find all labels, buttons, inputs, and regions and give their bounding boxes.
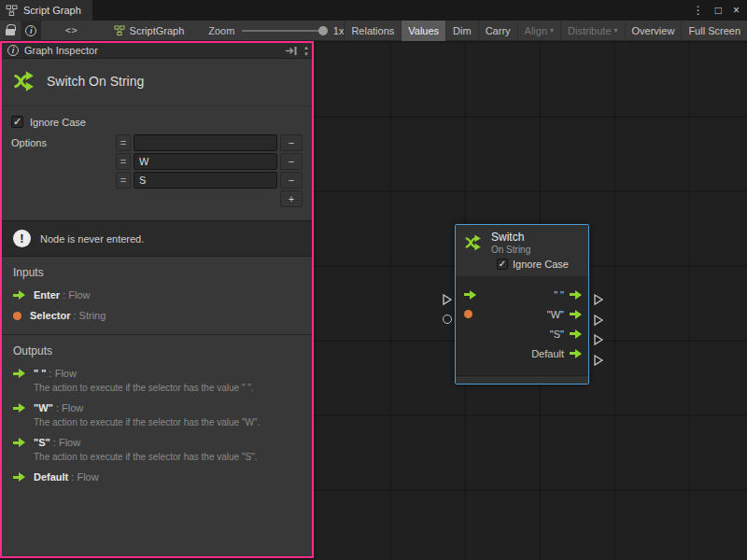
port-type: : Flow (47, 368, 77, 379)
inputs-header: Inputs (13, 266, 301, 279)
chevron-down-icon: ▾ (614, 26, 618, 35)
output-port-row: "W" : Flow (13, 402, 301, 413)
switch-on-string-node[interactable]: Switch On String ✓ Ignore Case " " "W" (455, 224, 589, 385)
port-name: Default (34, 471, 68, 483)
port-type: : Flow (50, 437, 80, 448)
output-port-label: " " (554, 289, 564, 301)
dim-button[interactable]: Dim (445, 21, 478, 41)
switch-icon (11, 68, 37, 94)
port-name: Selector (30, 310, 70, 321)
drag-handle-icon[interactable]: = (116, 134, 131, 151)
code-icon: <> (65, 25, 78, 35)
outputs-section: Outputs " " : Flow The action to execute… (2, 334, 312, 496)
ignore-case-checkbox[interactable]: ✓ (11, 116, 23, 128)
flow-output-port[interactable] (570, 290, 582, 300)
tab-title: Script Graph (23, 5, 81, 16)
flow-output-port[interactable] (570, 329, 582, 339)
ignore-case-checkbox[interactable]: ✓ (497, 259, 508, 270)
port-type: : Flow (68, 471, 98, 483)
option-input-0[interactable] (134, 134, 277, 151)
ignore-case-label: Ignore Case (513, 259, 569, 270)
add-option-button[interactable]: + (280, 190, 303, 207)
node-ports: " " "W" "S" Default (456, 276, 588, 375)
align-dropdown[interactable]: Align ▾ (517, 21, 560, 41)
inspector-header: i Graph Inspector ▲ ▼ (2, 43, 312, 59)
carry-button[interactable]: Carry (478, 21, 517, 41)
graph-selector[interactable]: ScriptGraph (114, 25, 185, 36)
output-port-row: Default : Flow (13, 471, 301, 483)
port-description: The action to execute if the selector ha… (34, 383, 301, 393)
close-icon[interactable]: × (733, 4, 740, 17)
tab-script-graph[interactable]: Script Graph (0, 0, 92, 21)
option-row: = − (116, 134, 303, 151)
option-row: = − (116, 172, 303, 189)
enter-port-connector[interactable] (442, 293, 453, 306)
scroll-down-icon[interactable]: ▼ (303, 51, 309, 57)
toolbar-buttons: Relations Values Dim Carry Align ▾ Distr… (344, 21, 747, 41)
node-footer (456, 375, 588, 384)
switch-icon (463, 232, 484, 253)
port-row: "S" (464, 324, 582, 343)
code-view-button[interactable]: <> (62, 21, 82, 41)
output-port-label: "S" (550, 329, 564, 340)
remove-option-button[interactable]: − (280, 153, 303, 170)
node-titles: Switch On String (491, 231, 530, 255)
dock-icon[interactable] (285, 46, 298, 56)
lock-button[interactable] (0, 21, 21, 41)
port-description: The action to execute if the selector ha… (34, 417, 301, 427)
node-ignore-case-row: ✓ Ignore Case (456, 257, 588, 276)
input-port-row: Selector : String (13, 310, 301, 321)
flow-input-port[interactable] (464, 290, 476, 300)
output-port-connector[interactable] (593, 354, 604, 367)
input-port-row: Enter : Flow (13, 289, 301, 301)
maximize-icon[interactable]: □ (715, 4, 722, 17)
warning-icon: ! (13, 230, 31, 247)
values-button[interactable]: Values (401, 21, 445, 41)
port-row: " " (464, 285, 582, 304)
output-port-connector[interactable] (593, 333, 604, 346)
selector-input-port[interactable] (464, 310, 472, 318)
output-port-row: "S" : Flow (13, 437, 301, 448)
scroll-up-icon[interactable]: ▲ (303, 45, 309, 50)
options-field: Options = − = − = − + (11, 134, 304, 207)
inspector-toggle-button[interactable]: i (21, 21, 41, 41)
flow-output-port[interactable] (570, 349, 582, 358)
remove-option-button[interactable]: − (280, 134, 303, 151)
graph-selector-label: ScriptGraph (130, 25, 185, 36)
zoom-slider[interactable] (242, 26, 327, 35)
output-port-connector[interactable] (593, 314, 604, 327)
selector-port-connector[interactable] (443, 315, 452, 324)
graph-toolbar: i <> ScriptGraph Zoom 1x Relations Value… (0, 21, 747, 41)
fullscreen-button[interactable]: Full Screen (681, 21, 747, 41)
drag-handle-icon[interactable]: = (116, 153, 131, 170)
output-port-connector[interactable] (593, 293, 604, 306)
port-type: : String (70, 310, 106, 321)
output-port-row: " " : Flow (13, 368, 301, 379)
node-title: Switch (491, 231, 530, 244)
option-input-2[interactable] (134, 172, 277, 189)
script-graph-asset-icon (114, 25, 125, 36)
option-input-1[interactable] (134, 153, 277, 170)
scroll-arrows[interactable]: ▲ ▼ (303, 45, 310, 57)
flow-port-icon (13, 403, 25, 413)
relations-button[interactable]: Relations (344, 21, 401, 41)
ignore-case-label: Ignore Case (30, 117, 86, 128)
remove-option-button[interactable]: − (280, 172, 303, 189)
graph-canvas[interactable]: Switch On String ✓ Ignore Case " " "W" (314, 41, 747, 560)
zoom-slider-knob[interactable] (318, 26, 328, 35)
flow-port-icon (13, 438, 25, 447)
output-port-label: "W" (547, 309, 564, 320)
overview-button[interactable]: Overview (625, 21, 682, 41)
drag-handle-icon[interactable]: = (116, 172, 131, 189)
node-header[interactable]: Switch On String (456, 225, 588, 257)
kebab-menu-icon[interactable]: ⋮ (693, 4, 704, 17)
port-description: The action to execute if the selector ha… (34, 452, 301, 462)
inspector-title: Graph Inspector (24, 45, 279, 56)
port-row: Default (464, 343, 582, 363)
graph-inspector-panel: i Graph Inspector ▲ ▼ Switch On String ✓… (0, 41, 314, 558)
chevron-down-icon: ▾ (550, 26, 554, 35)
options-label: Options (11, 134, 116, 207)
distribute-dropdown[interactable]: Distribute ▾ (560, 21, 624, 41)
flow-output-port[interactable] (570, 310, 582, 319)
port-name: " " (34, 368, 47, 379)
